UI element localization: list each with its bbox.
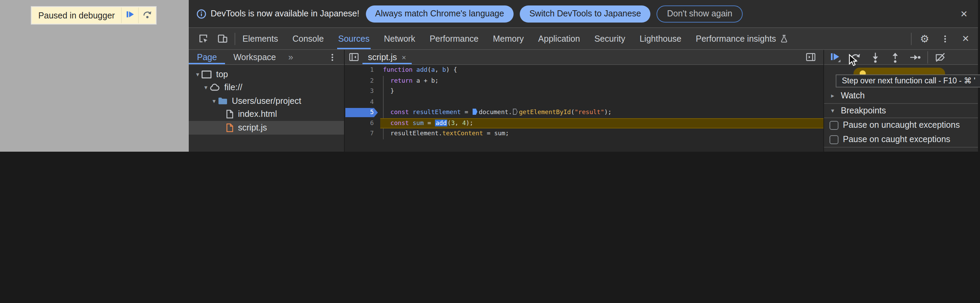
code-token [383, 119, 390, 126]
code-token: function [383, 66, 413, 73]
inspect-button[interactable] [196, 31, 211, 46]
code-token: return [390, 77, 413, 84]
sources-panel: PageWorkspace » ▾top▾file://▾Users/user/… [189, 50, 980, 152]
notification-bar: DevTools is now available in Japanese! A… [189, 0, 980, 28]
tab-memory[interactable]: Memory [486, 28, 531, 49]
notification-message: DevTools is now available in Japanese! [211, 9, 360, 19]
notification-action-2[interactable]: Don't show again [657, 5, 743, 22]
tree-item-label: script.js [238, 123, 267, 133]
code-line-content: const resultElement = document.getElemen… [380, 107, 823, 118]
notification-action-1[interactable]: Switch DevTools to Japanese [520, 5, 651, 22]
expand-triangle-icon[interactable]: ▾ [829, 107, 836, 114]
expand-triangle-icon[interactable]: ▾ [194, 71, 201, 78]
close-icon: ✕ [962, 33, 969, 44]
step-over-tooltip: Step over next function call - F10 - ⌘ ' [836, 74, 980, 87]
inline-breakpoint-candidate-icon[interactable] [513, 109, 518, 115]
tree-item-Users-user-project[interactable]: ▾Users/user/project [189, 94, 344, 108]
expand-triangle-icon[interactable]: ▾ [211, 98, 218, 105]
folder-icon [218, 97, 228, 106]
inline-breakpoint-icon[interactable] [473, 109, 477, 115]
checkbox[interactable] [829, 121, 838, 130]
step-over-button[interactable] [138, 8, 155, 23]
flask-icon [780, 34, 789, 43]
hide-navigator-button[interactable] [345, 50, 363, 64]
tab-security[interactable]: Security [587, 28, 632, 49]
code-line-1: 1function add(a, b) { [345, 65, 823, 76]
kebab-button[interactable] [938, 31, 953, 46]
deactivate-breakpoints-button[interactable] [932, 49, 948, 65]
tab-label: Console [292, 34, 324, 43]
more-tabs-icon[interactable]: » [284, 50, 297, 64]
code-line-6: 6 const sum = add(3, 4); [345, 118, 823, 128]
gutter-line-5[interactable]: 5 [345, 107, 380, 118]
tab-label: Lighthouse [640, 34, 681, 43]
tree-item-file-[interactable]: ▾file:// [189, 81, 344, 94]
resume-script-button[interactable] [121, 8, 138, 23]
code-token [383, 77, 390, 84]
notification-action-0[interactable]: Always match Chrome's language [366, 5, 514, 22]
tab-lighthouse[interactable]: Lighthouse [632, 28, 688, 49]
tree-item-label: file:// [224, 83, 242, 93]
tab-sources[interactable]: Sources [331, 28, 377, 49]
tree-item-index-html[interactable]: index.html [189, 108, 344, 121]
code-token: add [417, 66, 428, 73]
tree-item-label: top [216, 70, 228, 79]
device-toolbar-icon [217, 33, 228, 44]
code-token: ) { [446, 66, 457, 73]
gear-button[interactable]: ⚙ [917, 31, 932, 46]
gear-icon: ⚙ [920, 33, 929, 44]
checkbox[interactable] [829, 135, 838, 144]
gutter-line-4[interactable]: 4 [345, 97, 380, 107]
tab-network[interactable]: Network [377, 28, 423, 49]
section-label: script.js [851, 151, 880, 152]
editor-tab-script-js[interactable]: script.js × [363, 50, 412, 64]
inspect-icon [198, 33, 208, 44]
device-toolbar-button[interactable] [215, 31, 230, 46]
tree-item-top[interactable]: ▾top [189, 68, 344, 81]
step-button[interactable] [907, 49, 922, 65]
tree-item-label: index.html [238, 109, 277, 119]
code-token: , [455, 119, 462, 126]
tree-item-script-js[interactable]: script.js [189, 121, 344, 134]
kebab-icon[interactable] [328, 50, 344, 64]
gutter-line-1[interactable]: 1 [345, 65, 380, 76]
tab-performance-insights[interactable]: Performance insights [689, 28, 796, 49]
section-label: Watch [841, 91, 865, 100]
navigator-tab-workspace[interactable]: Workspace [225, 50, 284, 64]
gutter-line-3[interactable]: 3 [345, 86, 380, 97]
navigator-tab-page[interactable]: Page [189, 50, 225, 64]
section-watch[interactable]: ▸Watch [824, 88, 980, 103]
resume-button[interactable] [828, 49, 843, 65]
navigator-sidebar: PageWorkspace » ▾top▾file://▾Users/user/… [189, 50, 345, 152]
expand-triangle-icon[interactable]: ▾ [202, 84, 209, 91]
code-token: ); [466, 119, 474, 126]
breakpoint-marker[interactable]: 5 [345, 108, 378, 117]
code-area[interactable]: 1function add(a, b) {2 return a + b;3 }4… [345, 65, 823, 152]
code-line-content: const sum = add(3, 4); [380, 118, 823, 128]
section-script-js[interactable]: ▾script.js [824, 147, 980, 152]
code-token: } [383, 87, 394, 94]
file-icon [226, 109, 234, 119]
tab-performance[interactable]: Performance [422, 28, 485, 49]
editor-tab-label: script.js [368, 52, 397, 62]
tab-label: Memory [493, 34, 524, 43]
tab-label: Performance insights [696, 34, 776, 43]
expand-triangle-icon[interactable]: ▸ [829, 92, 836, 99]
gutter-line-6[interactable]: 6 [345, 118, 380, 128]
debugger-toolbar [824, 50, 980, 65]
close-icon[interactable]: ✕ [960, 8, 968, 19]
toggle-debugger-sidebar-button[interactable] [802, 52, 819, 62]
code-token: document. [479, 109, 512, 116]
close-button[interactable]: ✕ [958, 31, 973, 46]
section-breakpoints[interactable]: ▾Breakpoints [824, 103, 980, 117]
gutter-line-2[interactable]: 2 [345, 76, 380, 86]
gutter-line-7[interactable]: 7 [345, 128, 380, 139]
tab-label: Security [594, 34, 625, 43]
code-line-2: 2 return a + b; [345, 76, 823, 86]
step-into-button[interactable] [867, 49, 883, 65]
tab-console[interactable]: Console [285, 28, 331, 49]
tab-application[interactable]: Application [531, 28, 587, 49]
close-tab-icon[interactable]: × [402, 53, 406, 61]
step-out-button[interactable] [887, 49, 902, 65]
tab-elements[interactable]: Elements [235, 28, 285, 49]
